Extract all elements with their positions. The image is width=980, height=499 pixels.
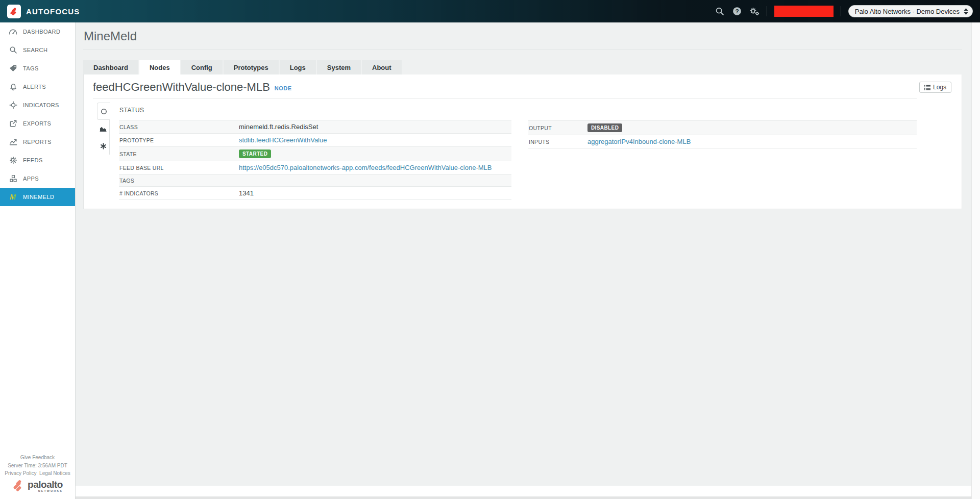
brand: AUTOFOCUS xyxy=(7,5,80,18)
minemeld-m-icon: M xyxy=(9,193,17,202)
sidebar-item-label: FEEDS xyxy=(23,157,43,163)
sidebar-item-label: MINEMELD xyxy=(23,194,54,200)
table-row: FEED BASE URL https://e05dc570.paloalton… xyxy=(119,161,511,174)
sidebar-item-reports[interactable]: REPORTS xyxy=(0,133,75,151)
area-chart-icon xyxy=(100,126,107,132)
external-link-icon xyxy=(9,119,17,128)
sidebar-item-label: ALERTS xyxy=(23,84,46,90)
tab-about[interactable]: About xyxy=(362,60,402,74)
paloalto-wordmark: paloalto xyxy=(28,480,63,489)
row-label: PROTOTYPE xyxy=(119,134,238,147)
table-row: PROTOTYPE stdlib.feedHCGreenWithValue xyxy=(119,134,511,147)
privacy-policy-link[interactable]: Privacy Policy xyxy=(5,470,36,476)
node-type-label: NODE xyxy=(275,85,292,91)
sidebar: DASHBOARD SEARCH TAGS ALERTS INDICATORS xyxy=(0,22,76,499)
asterisk-icon xyxy=(100,143,107,149)
main-content: MineMeld Dashboard Nodes Config Prototyp… xyxy=(76,22,971,486)
sidebar-item-label: EXPORTS xyxy=(23,120,51,127)
sidebar-item-feeds[interactable]: FEEDS xyxy=(0,151,75,169)
prototype-link[interactable]: stdlib.feedHCGreenWithValue xyxy=(239,136,327,144)
page-header: MineMeld xyxy=(83,22,962,50)
divider xyxy=(767,6,767,16)
node-status-table: CLASS minemeld.ft.redis.RedisSet PROTOTY… xyxy=(119,120,511,200)
row-label: TAGS xyxy=(119,174,238,187)
table-row: CLASS minemeld.ft.redis.RedisSet xyxy=(119,120,511,134)
tab-prototypes[interactable]: Prototypes xyxy=(224,60,279,74)
autofocus-logo-icon xyxy=(7,5,21,18)
list-icon xyxy=(924,85,930,90)
indicators-count: 1341 xyxy=(238,187,511,200)
account-selector[interactable]: Palo Alto Networks - Demo Devices xyxy=(848,5,973,17)
sidebar-item-minemeld[interactable]: M MINEMELD xyxy=(0,188,75,206)
sidebar-item-dashboard[interactable]: DASHBOARD xyxy=(0,22,75,41)
svg-text:?: ? xyxy=(735,8,739,15)
account-selector-value: Palo Alto Networks - Demo Devices xyxy=(855,8,960,15)
select-arrows-icon xyxy=(964,8,968,15)
row-label: CLASS xyxy=(119,120,238,134)
gear-icon xyxy=(9,156,17,165)
tab-dashboard[interactable]: Dashboard xyxy=(83,60,138,74)
vertical-scrollbar[interactable] xyxy=(971,22,980,499)
status-view-tab[interactable] xyxy=(97,103,110,120)
search-icon[interactable] xyxy=(715,6,725,16)
table-row: # INDICATORS 1341 xyxy=(119,187,511,200)
node-title: feedHCGreenWithValue-clone-MLB xyxy=(93,81,270,94)
tab-logs[interactable]: Logs xyxy=(280,60,316,74)
user-menu-redacted[interactable] xyxy=(774,6,834,17)
output-badge: DISABLED xyxy=(587,123,622,132)
paloalto-logo-icon xyxy=(12,480,26,494)
divider xyxy=(841,6,841,16)
inputs-link[interactable]: aggregatorIPv4Inbound-clone-MLB xyxy=(587,138,691,145)
sidebar-item-tags[interactable]: TAGS xyxy=(0,59,75,78)
server-time: Server Time: 3:56AM PDT xyxy=(0,462,75,470)
node-detail-panel: feedHCGreenWithValue-clone-MLB NODE Logs xyxy=(83,74,962,209)
sidebar-item-search[interactable]: SEARCH xyxy=(0,41,75,59)
divider xyxy=(93,98,917,99)
sidebar-item-apps[interactable]: APPS xyxy=(0,169,75,188)
row-label: INPUTS xyxy=(528,135,587,148)
tab-nodes[interactable]: Nodes xyxy=(139,60,180,74)
chart-line-icon xyxy=(9,138,17,146)
sidebar-item-label: DASHBOARD xyxy=(23,29,60,35)
sidebar-item-indicators[interactable]: INDICATORS xyxy=(0,96,75,114)
table-row: TAGS xyxy=(119,174,511,187)
tab-config[interactable]: Config xyxy=(181,60,223,74)
sidebar-item-label: APPS xyxy=(23,176,39,182)
state-badge: STARTED xyxy=(239,149,271,158)
tags-value xyxy=(238,174,511,187)
node-view-tabs xyxy=(97,103,110,155)
search-icon xyxy=(9,46,17,55)
sidebar-item-exports[interactable]: EXPORTS xyxy=(0,114,75,133)
row-label: FEED BASE URL xyxy=(119,161,238,174)
legal-notices-link[interactable]: Legal Notices xyxy=(39,470,70,476)
table-row: INPUTS aggregatorIPv4Inbound-clone-MLB xyxy=(528,135,917,148)
top-bar: AUTOFOCUS ? xyxy=(0,0,980,22)
sidebar-item-alerts[interactable]: ALERTS xyxy=(0,78,75,96)
row-label: OUTPUT xyxy=(528,121,587,135)
give-feedback-link[interactable]: Give Feedback xyxy=(20,455,55,460)
node-io-table: OUTPUT DISABLED INPUTS aggregatorIPv4Inb… xyxy=(528,120,917,148)
stats-view-tab[interactable] xyxy=(97,120,110,137)
tab-system[interactable]: System xyxy=(317,60,361,74)
horizontal-scrollbar[interactable] xyxy=(0,496,980,499)
class-value: minemeld.ft.redis.RedisSet xyxy=(238,120,511,134)
help-icon[interactable]: ? xyxy=(732,6,742,16)
logs-button[interactable]: Logs xyxy=(919,82,951,93)
status-section: STATUS CLASS minemeld.ft.redis.RedisSet … xyxy=(119,103,511,200)
table-row: STATE STARTED xyxy=(119,147,511,161)
paloalto-logo: paloalto NETWORKS xyxy=(0,480,75,494)
gauge-icon xyxy=(9,28,17,36)
status-section-title: STATUS xyxy=(119,103,511,120)
bell-icon xyxy=(9,83,17,91)
feed-base-url-link[interactable]: https://e05dc570.paloaltonetworks-app.co… xyxy=(239,164,492,171)
sidebar-item-label: REPORTS xyxy=(23,139,52,145)
tag-icon xyxy=(9,64,17,73)
gears-icon[interactable] xyxy=(749,6,760,16)
sidebar-footer: Give Feedback Server Time: 3:56AM PDT Pr… xyxy=(0,454,75,494)
circle-icon xyxy=(101,108,107,115)
table-row: OUTPUT DISABLED xyxy=(528,121,917,135)
io-section: OUTPUT DISABLED INPUTS aggregatorIPv4Inb… xyxy=(528,103,917,148)
row-label: STATE xyxy=(119,147,238,161)
node-header: feedHCGreenWithValue-clone-MLB NODE Logs xyxy=(84,74,962,98)
settings-view-tab[interactable] xyxy=(97,137,110,155)
